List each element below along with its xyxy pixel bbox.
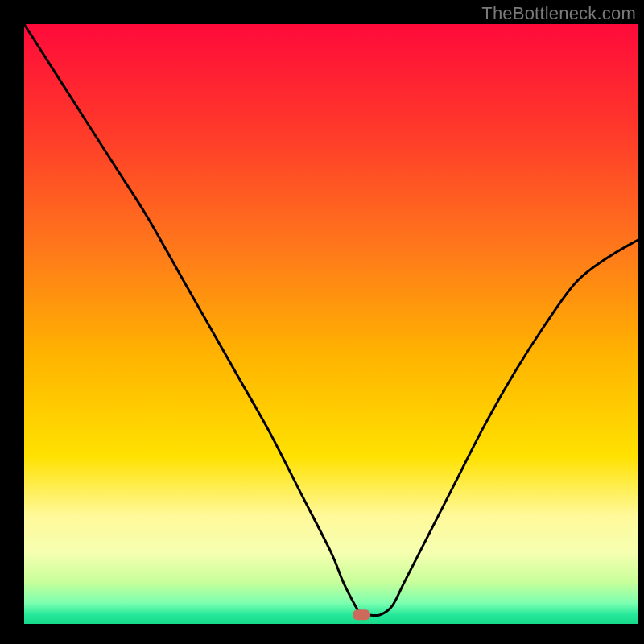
optimal-marker [353,609,370,620]
chart-frame: { "watermark": "TheBottleneck.com", "col… [0,0,644,644]
watermark-text: TheBottleneck.com [481,3,636,24]
bottleneck-chart [0,0,644,644]
